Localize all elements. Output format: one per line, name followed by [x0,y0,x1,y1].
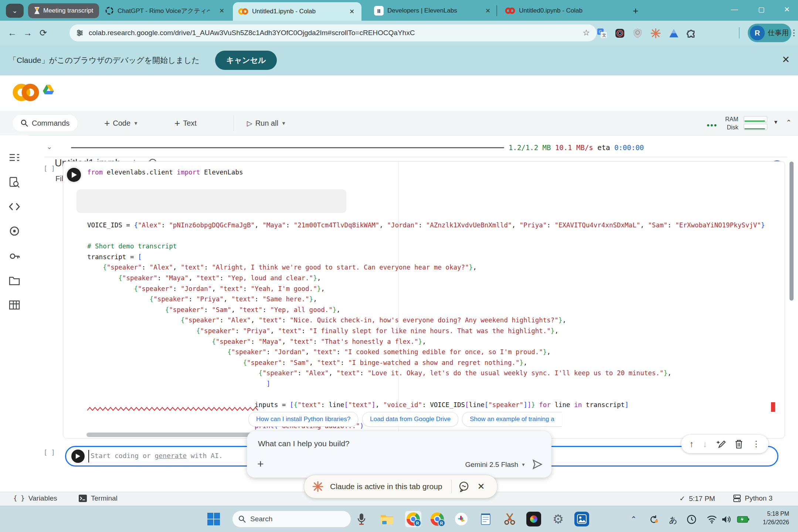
translate-icon[interactable]: G文 [597,28,607,38]
windows-icon[interactable] [207,512,220,526]
terminal-button[interactable]: Terminal [78,494,118,502]
vertical-scrollbar[interactable] [789,162,794,301]
claude-icon[interactable] [651,28,661,38]
taskbar-chrome-2[interactable]: R [430,512,445,526]
add-code-button[interactable]: + Code ▼ [104,115,138,131]
tray-clock[interactable]: 5:18 PM 1/26/2026 [763,509,789,526]
collapse-section-icon[interactable]: ⌄ [47,143,52,151]
close-icon[interactable]: ✕ [217,6,226,15]
run-cell-button[interactable] [67,168,81,182]
trash-icon[interactable] [735,439,743,449]
taskbar-chrome-active[interactable]: R [405,511,421,527]
battery-icon[interactable] [737,515,750,525]
wifi-icon[interactable] [707,515,717,525]
add-text-button[interactable]: + Text [174,115,197,131]
folder-icon[interactable] [9,275,20,286]
variables-button[interactable]: { } Variables [13,494,57,502]
toast-text: Claude is active in this tab group [330,482,442,491]
kebab-icon[interactable]: ⋮ [790,28,798,38]
close-icon[interactable]: ✕ [478,481,485,492]
up-arrow-icon[interactable]: ↑ [689,439,694,449]
close-icon[interactable]: ✕ [483,6,492,15]
run-cell-button[interactable] [71,450,85,463]
back-icon[interactable]: ← [4,25,20,41]
cancel-button[interactable]: キャンセル [215,51,277,70]
find-icon[interactable] [9,177,20,188]
ram-disk-bars[interactable] [744,116,767,130]
tray-date: 1/26/2026 [763,518,789,526]
progress-text: 1.2/1.2 MB 10.1 MB/s eta 0:00:00 [509,143,644,152]
suggestion-chip[interactable]: Load data from Google Drive [362,412,458,427]
down-arrow-icon[interactable]: ↓ [703,439,707,449]
taskbar-mic-app[interactable] [354,512,369,526]
shield-icon[interactable] [633,28,642,38]
debug-notification-bar: 「Claude」がこのブラウザのデバッグを開始しました キャンセル ✕ [0,45,798,75]
table-icon[interactable] [9,299,20,311]
exec-time: 5:17 PM [689,495,715,503]
kernel-selector[interactable]: Python 3 [733,494,772,502]
new-tab-button[interactable]: + [633,5,638,17]
toc-icon[interactable] [9,152,20,163]
commands-button[interactable]: Commands [13,115,78,132]
resources-menu-icon[interactable]: ••• [707,121,717,130]
profile-button[interactable]: R 仕事用 [748,24,791,42]
tab-search-button[interactable]: ⌄ [6,4,24,18]
kernel-label: Python 3 [745,494,772,502]
ram-label: RAM [725,115,738,123]
tab-elevenlabs[interactable]: II Developers | ElevenLabs ✕ [369,2,498,19]
search-icon [238,515,246,523]
generate-link[interactable]: generate [154,452,187,460]
model-selector[interactable]: Gemini 2.5 Flash ▼ [465,461,526,469]
puzzle-icon[interactable] [687,28,696,38]
minimize-button[interactable]: — [723,0,746,18]
taskbar-dark-app[interactable] [526,512,541,526]
code-line: {"speaker": "Maya", "text": "That's hone… [87,336,765,347]
taskbar-notepad[interactable] [478,512,493,526]
tab-chatgpt[interactable]: ChatGPT - Rimo Voiceアクティベ- ✕ [100,2,232,19]
code-line [87,231,765,241]
close-window-button[interactable]: ✕ [776,0,798,18]
url-bar[interactable]: colab.research.google.com/drive/1_AUAw3V… [69,24,597,41]
edit-sparkle-icon[interactable] [716,439,726,449]
reload-icon[interactable]: ⟳ [35,25,51,41]
url-text: colab.research.google.com/drive/1_AUAw3V… [89,29,577,37]
chevron-down-icon[interactable]: ▼ [773,119,778,125]
suggestion-chip[interactable]: How can I install Python libraries? [248,412,358,427]
tab-group-meeting-transcript[interactable]: Meeting transcript [28,3,99,18]
tab-untitled1[interactable]: Untitled1.ipynb - Colab ✕ [233,2,361,21]
scratchpad-icon[interactable] [9,226,20,237]
kebab-icon[interactable]: ⋮ [752,439,760,449]
elevenlabs-icon: II [374,6,384,16]
volume-icon[interactable] [721,515,731,525]
tray-chevron-icon[interactable]: ⌃ [631,515,637,523]
ime-indicator[interactable]: あ [669,515,678,526]
code-editor[interactable]: from elevenlabs.client import ElevenLabs… [87,167,765,431]
speech-bubble-icon[interactable] [458,481,469,492]
collapse-toolbar-icon[interactable]: ⌃ [786,118,792,127]
taskbar-search[interactable]: Search [232,511,351,528]
star-icon[interactable]: ☆ [583,28,590,38]
taskbar-photos[interactable] [574,512,589,526]
forward-icon[interactable]: → [20,25,35,41]
taskbar-settings[interactable]: ⚙ [551,512,566,526]
gemini-panel[interactable]: What can I help you build? + Gemini 2.5 … [247,431,551,478]
close-icon[interactable]: ✕ [347,7,356,16]
plus-icon[interactable]: + [257,458,264,470]
sync-icon[interactable] [649,515,659,526]
maximize-button[interactable]: ▢ [750,0,772,18]
run-all-button[interactable]: ▷ Run all ▼ [247,115,286,131]
clock-icon[interactable] [687,515,696,526]
suggestion-chip[interactable]: Show an example of training a [462,412,562,427]
code-icon[interactable] [9,201,20,212]
taskbar-explorer[interactable] [380,512,394,526]
toolbar-separator [234,115,234,131]
key-icon[interactable] [9,251,20,262]
tab-untitled0[interactable]: Untitled0.ipynb - Colab [500,2,621,19]
taskbar-snipping-tool[interactable] [502,512,517,526]
close-icon[interactable]: ✕ [782,54,790,65]
send-icon[interactable] [532,459,543,470]
triangle-icon[interactable] [669,28,679,38]
disk-bar [744,124,767,130]
taskbar-slack[interactable] [454,512,469,526]
camera-icon[interactable] [615,28,625,38]
